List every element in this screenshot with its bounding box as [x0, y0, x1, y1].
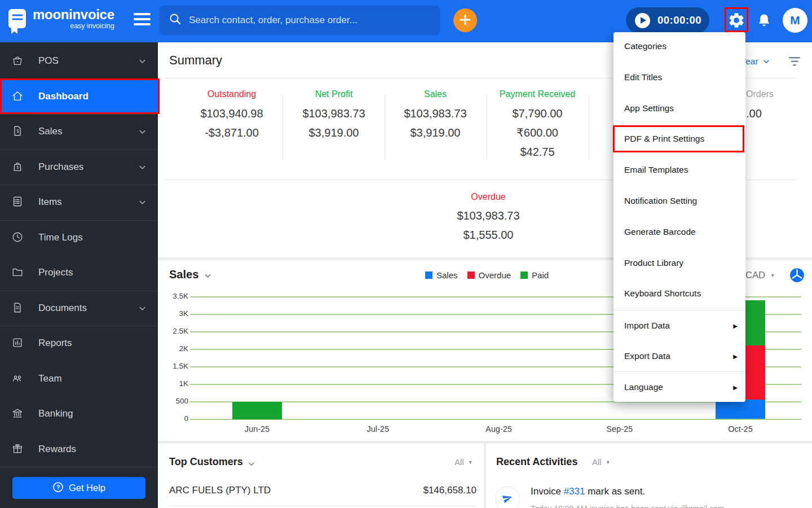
summary-card-label: Payment Received [478, 89, 597, 99]
sidebar-item-label: Items [38, 196, 62, 208]
sidebar-item-rewards[interactable]: Rewards [0, 432, 158, 467]
sidebar-item-dashboard[interactable]: Dashboard [0, 79, 158, 115]
activities-filter-dropdown[interactable]: All ▼ [592, 457, 611, 467]
y-tick-label: 2K [164, 344, 188, 353]
menu-item-email-templates[interactable]: Email Templates [624, 157, 738, 182]
summary-card-label: Net Profit [275, 89, 393, 99]
legend-item-paid[interactable]: Paid [520, 270, 549, 280]
summary-card-orders: Orders.00 [746, 89, 774, 123]
filter-value: All [592, 457, 602, 467]
paper-plane-icon [502, 492, 514, 506]
menu-item-language[interactable]: Language▶ [624, 375, 738, 400]
menu-item-label: Export Data [624, 351, 670, 361]
invoice-link[interactable]: #331 [564, 486, 585, 497]
folder-icon [11, 266, 25, 279]
menu-item-generate-barcode[interactable]: Generate Barcode [624, 220, 738, 244]
menu-item-notification-setting[interactable]: Notification Setting [624, 189, 738, 213]
summary-card-label: Sales [376, 89, 495, 99]
list-icon [11, 195, 25, 209]
sidebar-item-label: Sales [38, 126, 63, 137]
menu-item-export-data[interactable]: Export Data▶ [624, 344, 738, 369]
sidebar-item-items[interactable]: Items [0, 185, 158, 220]
global-search[interactable] [160, 6, 440, 35]
get-help-button[interactable]: ? Get Help [12, 477, 145, 499]
bar-segment-oct-25-sales[interactable] [716, 400, 765, 419]
legend-label: Overdue [479, 270, 511, 280]
sidebar-item-banking[interactable]: Banking [0, 396, 158, 432]
sidebar-item-label: POS [38, 55, 59, 67]
hamburger-menu-icon[interactable] [134, 13, 151, 29]
mooninvoice-logo-icon[interactable] [7, 8, 28, 35]
menu-item-label: Language [624, 382, 663, 392]
search-input[interactable] [189, 15, 426, 26]
play-icon[interactable] [635, 13, 650, 28]
legend-swatch [467, 271, 475, 279]
activity-avatar [495, 487, 520, 508]
menu-item-categories[interactable]: Categories [624, 34, 738, 59]
activity-prefix: Invoice [531, 486, 564, 497]
summary-card-value-2: $3,919.00 [275, 123, 393, 142]
caret-down-icon: ▼ [468, 459, 473, 465]
legend-item-sales[interactable]: Sales [425, 270, 458, 280]
summary-card-value-1: $103,983.73 [275, 104, 393, 123]
recent-activities-header: Recent Activities [496, 456, 577, 468]
user-avatar[interactable]: M [783, 8, 807, 33]
filter-icon[interactable] [787, 56, 802, 67]
notifications-bell-icon[interactable] [756, 12, 772, 29]
home-icon [11, 90, 25, 103]
menu-item-edit-titles[interactable]: Edit Titles [624, 65, 738, 90]
sidebar-item-sales[interactable]: $Sales [0, 114, 158, 150]
chevron-down-icon [138, 128, 147, 136]
timer-widget[interactable]: 00:00:00 [626, 7, 709, 33]
sidebar-item-purchases[interactable]: $Purchases [0, 150, 158, 185]
menu-item-keyboard-shortcuts[interactable]: Keyboard Shortcuts [624, 281, 738, 306]
summary-card-value-1: $103,983.73 [376, 104, 495, 123]
chart-legend: SalesOverduePaid [425, 270, 549, 280]
settings-gear-icon[interactable] [727, 11, 745, 29]
menu-item-import-data[interactable]: Import Data▶ [624, 313, 738, 338]
menu-divider [614, 371, 745, 372]
menu-item-app-settings[interactable]: App Settings [624, 96, 738, 121]
customer-name[interactable]: ARC FUELS (PTY) LTD [169, 485, 271, 496]
summary-card-value-2: ₹600.00 [478, 123, 597, 142]
quick-add-button[interactable] [453, 8, 477, 32]
sidebar-item-projects[interactable]: Projects [0, 255, 158, 291]
menu-item-label: Notification Setting [624, 196, 697, 206]
bar-segment-jun-25-paid[interactable] [232, 402, 282, 419]
menu-item-label: Edit Titles [624, 72, 662, 82]
sidebar-item-label: Banking [38, 408, 73, 419]
legend-swatch [520, 271, 528, 279]
summary-card-divider [589, 95, 589, 160]
brand[interactable]: mooninvoice easy invoicing [33, 7, 114, 30]
currency-dropdown[interactable]: CAD ▼ [745, 270, 775, 281]
top-customers-filter-dropdown[interactable]: All ▼ [454, 457, 473, 467]
menu-item-pdf-print-settings[interactable]: PDF & Print Settings [624, 126, 738, 151]
sidebar-item-pos[interactable]: POS [0, 43, 158, 79]
currency-value: CAD [745, 270, 765, 281]
sidebar-item-time-logs[interactable]: Time Logs [0, 220, 158, 256]
caret-down-icon: ▼ [606, 459, 611, 465]
bag-icon: $ [11, 160, 25, 174]
get-help-label: Get Help [69, 483, 105, 493]
legend-item-overdue[interactable]: Overdue [467, 270, 511, 280]
summary-card-value-1: $103,940.98 [173, 104, 291, 123]
summary-section-title: Summary [169, 53, 222, 68]
menu-item-label: Product Library [624, 258, 683, 268]
menu-item-product-library[interactable]: Product Library [624, 251, 738, 275]
chevron-down-icon[interactable] [248, 459, 255, 467]
chevron-down-icon [138, 163, 147, 172]
filter-value: All [454, 457, 464, 467]
menu-item-label: App Settings [624, 103, 674, 113]
sidebar-item-label: Time Logs [38, 232, 83, 243]
summary-card-label: Outstanding [173, 89, 291, 99]
customer-row-divider [169, 506, 476, 506]
sidebar-item-reports[interactable]: Reports [0, 326, 158, 361]
sidebar-item-documents[interactable]: Documents [0, 291, 158, 326]
sidebar-item-label: Rewards [38, 444, 76, 455]
sidebar-item-team[interactable]: Team [0, 361, 158, 397]
pie-chart-toggle-icon[interactable] [789, 268, 805, 283]
summary-card-value-1: .00 [746, 104, 774, 123]
sidebar-divider [0, 467, 158, 467]
chevron-down-icon[interactable] [204, 271, 212, 280]
sidebar-item-label: Projects [38, 267, 73, 278]
